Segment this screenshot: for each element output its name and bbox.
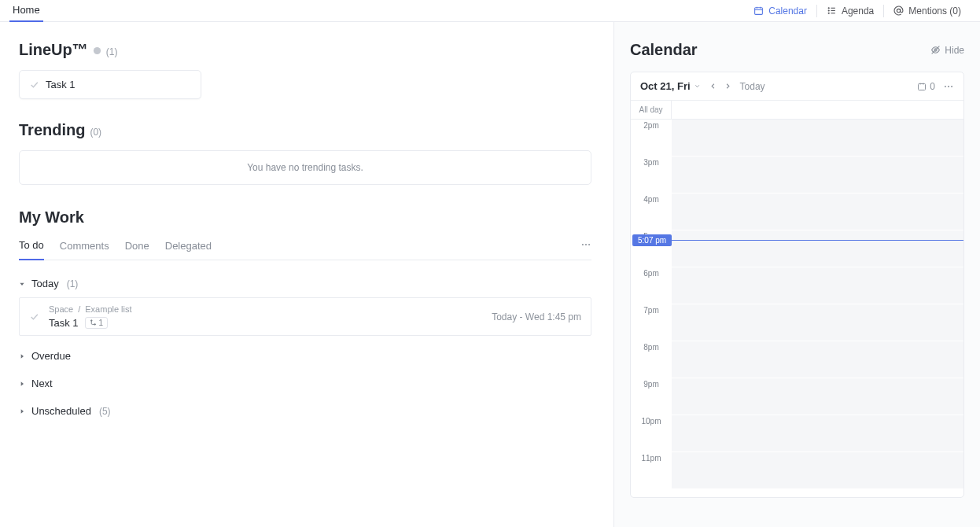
hour-label: 10pm bbox=[631, 415, 672, 452]
hour-cell[interactable] bbox=[672, 120, 963, 157]
task-row[interactable]: Space / Example list Task 1 1 Today - We… bbox=[19, 297, 591, 336]
group-overdue-label: Overdue bbox=[31, 350, 71, 362]
lineup-task-card[interactable]: Task 1 bbox=[19, 70, 201, 99]
hour-label: 6pm bbox=[631, 267, 672, 304]
svg-rect-17 bbox=[919, 83, 926, 90]
hour-cell[interactable] bbox=[672, 304, 963, 341]
svg-marker-12 bbox=[21, 354, 24, 358]
calendar-box: Oct 21, Fri Today bbox=[630, 72, 964, 498]
group-next-label: Next bbox=[31, 378, 53, 389]
svg-point-11 bbox=[94, 324, 96, 326]
hour-label: 2pm bbox=[631, 120, 672, 157]
task-breadcrumb: Space / Example list bbox=[49, 304, 482, 314]
hour-cell[interactable] bbox=[672, 157, 963, 193]
svg-point-5 bbox=[94, 47, 101, 54]
svg-point-20 bbox=[951, 85, 952, 87]
group-today[interactable]: Today (1) bbox=[19, 270, 591, 297]
topbar-agenda-button[interactable]: Agenda bbox=[817, 3, 883, 19]
breadcrumb-sep: / bbox=[78, 304, 80, 314]
topbar-calendar-button[interactable]: Calendar bbox=[744, 3, 816, 19]
more-icon[interactable] bbox=[580, 239, 591, 250]
calendar-date-label: Oct 21, Fri bbox=[640, 80, 691, 92]
today-button[interactable]: Today bbox=[740, 81, 765, 92]
hour-label: 7pm bbox=[631, 304, 672, 341]
subtask-icon bbox=[90, 319, 97, 326]
hour-cell[interactable] bbox=[672, 452, 963, 489]
group-next[interactable]: Next bbox=[19, 370, 591, 397]
hide-label: Hide bbox=[945, 45, 964, 56]
chevron-down-icon bbox=[694, 83, 701, 90]
chevron-right-icon bbox=[19, 353, 25, 359]
chevron-right-icon bbox=[19, 408, 25, 415]
group-today-count: (1) bbox=[67, 278, 79, 289]
allday-label: All day bbox=[631, 101, 672, 119]
allday-cell[interactable] bbox=[672, 101, 963, 119]
calendar-small-icon[interactable]: 0 bbox=[917, 81, 935, 92]
topbar-left: Home bbox=[9, 0, 744, 22]
group-unscheduled-label: Unscheduled bbox=[31, 405, 91, 417]
left-column: LineUp™ (1) Task 1 Trending (0) You have… bbox=[0, 22, 613, 527]
subtask-chip[interactable]: 1 bbox=[85, 317, 109, 329]
topbar-mentions-button[interactable]: Mentions (0) bbox=[884, 3, 971, 19]
tab-done[interactable]: Done bbox=[125, 232, 149, 260]
svg-marker-9 bbox=[20, 282, 24, 285]
hour-cell[interactable] bbox=[672, 193, 963, 230]
svg-point-6 bbox=[582, 244, 584, 245]
task-name: Task 1 bbox=[49, 317, 79, 329]
chevron-right-icon bbox=[19, 381, 25, 387]
calendar-icon bbox=[753, 6, 764, 16]
breadcrumb-list[interactable]: Example list bbox=[85, 304, 131, 314]
tab-delegated-label: Delegated bbox=[165, 240, 212, 252]
hour-label: 11pm bbox=[631, 452, 672, 489]
calendar-header: Calendar Hide bbox=[630, 41, 964, 59]
eye-off-icon bbox=[930, 45, 941, 55]
svg-point-3 bbox=[828, 13, 829, 13]
hour-cell[interactable] bbox=[672, 267, 963, 304]
topbar-agenda-label: Agenda bbox=[842, 6, 874, 17]
tab-comments[interactable]: Comments bbox=[60, 232, 109, 260]
calendar-date-picker[interactable]: Oct 21, Fri bbox=[640, 80, 701, 92]
tab-todo[interactable]: To do bbox=[19, 231, 44, 260]
task-name-row: Task 1 1 bbox=[49, 317, 482, 329]
list-icon bbox=[827, 6, 837, 16]
svg-point-4 bbox=[897, 9, 901, 12]
right-column: Calendar Hide Oct 21, Fri bbox=[613, 22, 980, 527]
now-line bbox=[672, 240, 963, 241]
tab-home[interactable]: Home bbox=[9, 0, 43, 22]
hour-cell[interactable] bbox=[672, 341, 963, 378]
svg-rect-0 bbox=[755, 8, 763, 15]
now-indicator: 5:07 pm bbox=[631, 234, 963, 246]
hour-label: 4pm bbox=[631, 193, 672, 230]
tab-comments-label: Comments bbox=[60, 240, 109, 252]
at-icon bbox=[893, 6, 904, 16]
check-icon[interactable] bbox=[29, 311, 39, 322]
more-icon[interactable] bbox=[943, 81, 954, 92]
hour-cell[interactable] bbox=[672, 378, 963, 415]
subtask-count: 1 bbox=[99, 319, 104, 327]
lineup-count: (1) bbox=[106, 46, 118, 57]
hour-label: 3pm bbox=[631, 157, 672, 193]
calendar-toolbar: Oct 21, Fri Today bbox=[631, 72, 963, 101]
svg-point-2 bbox=[828, 10, 829, 11]
check-icon[interactable] bbox=[29, 79, 39, 90]
tab-delegated[interactable]: Delegated bbox=[165, 232, 212, 260]
breadcrumb-space[interactable]: Space bbox=[49, 304, 73, 314]
hour-cell[interactable] bbox=[672, 415, 963, 452]
lineup-header: LineUp™ (1) bbox=[19, 41, 591, 59]
next-day-button[interactable] bbox=[724, 82, 732, 90]
group-unscheduled[interactable]: Unscheduled (5) bbox=[19, 397, 591, 425]
svg-point-7 bbox=[585, 244, 587, 245]
main-layout: LineUp™ (1) Task 1 Trending (0) You have… bbox=[0, 22, 980, 527]
tab-todo-label: To do bbox=[19, 239, 44, 251]
topbar-calendar-label: Calendar bbox=[768, 6, 807, 17]
hide-button[interactable]: Hide bbox=[930, 45, 964, 56]
topbar: Home Calendar Agenda Mentions (0) bbox=[0, 0, 980, 22]
info-icon[interactable] bbox=[93, 46, 101, 55]
time-grid[interactable]: 2pm 3pm 4pm 5pm 6pm 7pm 8pm 9pm 10pm 11p… bbox=[631, 120, 963, 497]
trending-empty-text: You have no trending tasks. bbox=[247, 162, 363, 173]
svg-point-10 bbox=[90, 320, 92, 322]
lineup-task-name: Task 1 bbox=[46, 79, 76, 90]
group-overdue[interactable]: Overdue bbox=[19, 342, 591, 370]
svg-point-8 bbox=[588, 244, 590, 245]
prev-day-button[interactable] bbox=[709, 82, 717, 90]
